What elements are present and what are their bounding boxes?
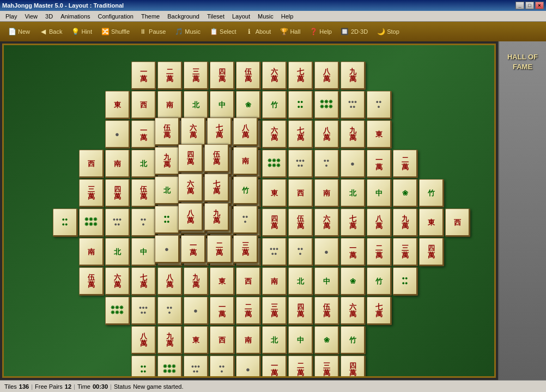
tile[interactable]: ❋❋❋ ❋❋❋ <box>262 150 287 178</box>
tile[interactable]: ●● ● <box>367 91 392 119</box>
tile[interactable]: ● <box>341 150 366 178</box>
tile[interactable]: 七 萬 <box>288 120 313 149</box>
tile[interactable]: ●● ●● <box>53 209 78 237</box>
tile[interactable]: 東 <box>184 326 209 354</box>
tile[interactable]: ●● ●● <box>155 206 180 234</box>
tile[interactable]: ❀ <box>314 326 339 354</box>
tile[interactable]: ●● ● <box>210 356 235 378</box>
tile[interactable]: ❀ <box>341 267 366 296</box>
tile[interactable]: ●●● ●● <box>341 91 366 119</box>
tile[interactable]: 竹 <box>341 326 366 354</box>
tile[interactable]: 一 萬 <box>181 235 206 264</box>
tile[interactable]: 六 萬 <box>178 174 203 202</box>
pause-button[interactable]: ⏸ Pause <box>135 24 169 39</box>
tile[interactable]: 竹 <box>262 91 287 119</box>
tile[interactable]: 四 萬 <box>262 209 287 237</box>
tile[interactable]: 中 <box>210 91 235 119</box>
tile[interactable]: 北 <box>105 238 130 266</box>
tile[interactable]: 六 萬 <box>341 297 366 325</box>
tile[interactable]: 南 <box>236 326 261 354</box>
tile[interactable]: 一 萬 <box>262 356 287 378</box>
tile[interactable]: 伍 萬 <box>155 118 180 146</box>
2d3d-button[interactable]: 🔲 2D·3D <box>337 24 371 39</box>
tile[interactable]: ● <box>184 297 209 325</box>
menu-3d[interactable]: 3D <box>42 12 56 21</box>
tile[interactable]: ❋❋❋ ❋❋❋ <box>79 209 104 237</box>
menu-animations[interactable]: Animations <box>57 12 93 21</box>
tile[interactable]: 中 <box>288 326 313 354</box>
tile[interactable]: 伍 萬 <box>314 297 339 325</box>
tile[interactable]: ●● ●● <box>288 91 313 119</box>
game-board[interactable]: 一 萬二 萬三 萬四 萬伍 萬六 萬七 萬八 萬九 萬東西南北中❀竹●● ●●❋… <box>2 44 496 378</box>
tile[interactable]: 七 萬 <box>204 174 229 202</box>
tile[interactable]: 東 <box>210 267 235 296</box>
tile[interactable]: 九 萬 <box>204 203 229 231</box>
tile[interactable]: ❋❋❋ ❋❋❋ <box>105 297 130 325</box>
tile[interactable]: 六 萬 <box>314 209 339 237</box>
tile[interactable]: 北 <box>288 267 313 296</box>
tile[interactable]: 伍 萬 <box>236 62 261 90</box>
tile[interactable]: 中 <box>367 179 392 207</box>
tile[interactable]: ●●● ●● <box>184 356 209 378</box>
tile[interactable]: 北 <box>155 176 180 205</box>
tile[interactable]: 八 萬 <box>157 267 183 296</box>
minimize-button[interactable]: _ <box>515 2 524 9</box>
tile[interactable]: ●● ● <box>233 206 258 234</box>
select-button[interactable]: 📋 Select <box>206 24 240 39</box>
tile[interactable]: 東 <box>262 179 287 207</box>
stop-button[interactable]: 🌙 Stop <box>373 24 403 39</box>
tile[interactable]: ●●● ●● <box>105 209 130 237</box>
tile[interactable]: 九 萬 <box>157 326 183 354</box>
tile[interactable]: 九 萬 <box>393 209 418 237</box>
tile[interactable]: ●● ●● <box>393 267 418 296</box>
tile[interactable]: 八 萬 <box>314 62 339 90</box>
tile[interactable]: 二 萬 <box>236 297 261 325</box>
tile[interactable]: 西 <box>236 267 261 296</box>
tile[interactable]: 七 萬 <box>341 209 366 237</box>
tile[interactable]: 二 萬 <box>157 62 183 90</box>
tile[interactable]: ❋❋❋ ❋❋❋ <box>314 91 339 119</box>
tile[interactable]: 八 萬 <box>178 203 203 231</box>
tile[interactable]: ●●● ●● <box>262 238 287 266</box>
tile[interactable]: 西 <box>445 209 470 237</box>
tile[interactable]: 西 <box>288 179 313 207</box>
tile[interactable]: 六 萬 <box>262 62 287 90</box>
maximize-button[interactable]: □ <box>525 2 534 9</box>
tile[interactable]: 三 萬 <box>184 62 209 90</box>
tile[interactable]: 南 <box>105 150 130 178</box>
tile[interactable]: 二 萬 <box>288 356 313 378</box>
tile[interactable]: 三 萬 <box>262 297 287 325</box>
tile[interactable]: ● <box>314 238 339 266</box>
tile[interactable]: 西 <box>79 150 104 178</box>
new-button[interactable]: 📄 New <box>4 24 33 39</box>
tile[interactable]: 伍 萬 <box>288 209 313 237</box>
tile[interactable]: ❀ <box>393 179 418 207</box>
tile[interactable]: 西 <box>131 91 156 119</box>
tile[interactable]: ● <box>236 356 261 378</box>
tile[interactable]: 中 <box>131 238 156 266</box>
tile[interactable]: 一 萬 <box>367 150 392 178</box>
tile[interactable]: 二 萬 <box>393 150 418 178</box>
tile[interactable]: 七 萬 <box>367 297 392 325</box>
tile[interactable]: 南 <box>233 147 258 175</box>
tile[interactable]: 一 萬 <box>131 62 156 90</box>
tile[interactable]: 南 <box>79 238 104 266</box>
tile[interactable]: 北 <box>341 179 366 207</box>
tile[interactable]: ● <box>105 120 130 149</box>
tile[interactable]: ●● ● <box>157 297 183 325</box>
about-button[interactable]: ℹ About <box>242 24 275 39</box>
shuffle-button[interactable]: 🔀 Shuffle <box>98 24 133 39</box>
music-button[interactable]: 🎵 Music <box>171 24 204 39</box>
tile[interactable]: 四 萬 <box>341 356 366 378</box>
tile[interactable]: ●●● ●● <box>131 297 156 325</box>
tile[interactable]: 伍 萬 <box>204 144 229 173</box>
tile[interactable]: 六 萬 <box>262 120 287 149</box>
tile[interactable]: 二 萬 <box>367 238 392 266</box>
menu-tileset[interactable]: Tileset <box>204 12 228 21</box>
tile[interactable]: ● <box>155 235 180 264</box>
close-button[interactable]: × <box>535 2 544 9</box>
tile[interactable]: 七 萬 <box>288 62 313 90</box>
tile[interactable]: 八 萬 <box>131 326 156 354</box>
tile[interactable]: 東 <box>367 120 392 149</box>
tile[interactable]: 三 萬 <box>393 238 418 266</box>
